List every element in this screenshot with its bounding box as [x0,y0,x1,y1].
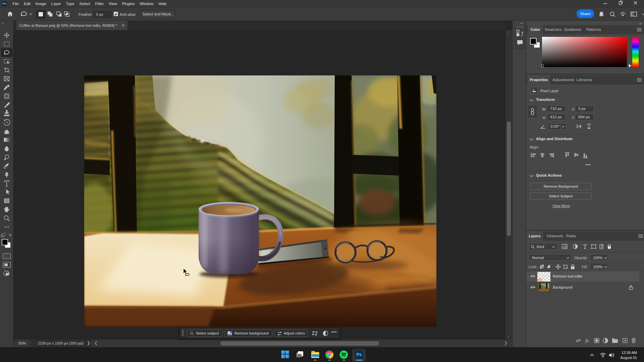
svg-text:fx: fx [585,338,589,343]
